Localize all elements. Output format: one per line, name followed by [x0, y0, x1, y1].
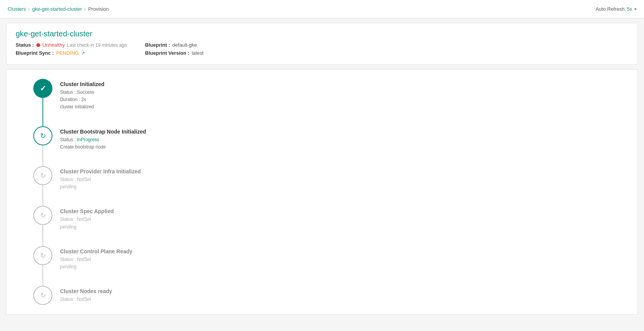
blueprint-sync-value: PENDING: [56, 50, 79, 56]
checkmark-icon: ✓: [40, 84, 46, 93]
step-title-step1: Cluster Initialized: [60, 81, 104, 87]
timeline-item-step3: ↻Cluster Provider Infra InitializedStatu…: [33, 166, 622, 191]
step-circle-step2: ↻: [33, 126, 52, 145]
step-circle-step5: ↻: [33, 246, 52, 265]
refresh-icon: ↻: [40, 132, 46, 140]
step-info-step5: Cluster Control Plane ReadyStatus : NotS…: [60, 246, 132, 271]
step-info-step3: Cluster Provider Infra InitializedStatus…: [60, 166, 141, 191]
step-info-step4: Cluster Spec AppliedStatus : NotSetpendi…: [60, 206, 114, 230]
step-meta-step1: Status : SuccessDuration : 2scluster ini…: [60, 89, 104, 111]
step-info-step2: Cluster Bootstrap Node InitializedStatus…: [60, 126, 146, 151]
step-circle-step4: ↻: [33, 206, 52, 225]
breadcrumb-page: Provision: [88, 6, 108, 12]
timeline-item-step6: ↻Cluster Nodes readyStatus : NotSet: [33, 286, 622, 305]
step-info-step6: Cluster Nodes readyStatus : NotSet: [60, 286, 112, 303]
blueprint-value: default-gke: [172, 42, 197, 48]
step-circle-step3: ↻: [33, 166, 52, 185]
step-title-step5: Cluster Control Plane Ready: [60, 248, 132, 254]
step-meta-step6: Status : NotSet: [60, 296, 112, 303]
step-title-step6: Cluster Nodes ready: [60, 288, 112, 294]
breadcrumb-sep-2: ›: [84, 6, 86, 12]
step-info-step1: Cluster InitializedStatus : SuccessDurat…: [60, 79, 104, 111]
blueprint-version-label: Blueprint Version :: [145, 50, 189, 56]
step-title-step2: Cluster Bootstrap Node Initialized: [60, 129, 146, 135]
breadcrumb-cluster-name[interactable]: gke-get-started-cluster: [32, 6, 82, 12]
cluster-left-meta: Status : Unhealthy Last check-in 19 minu…: [16, 42, 127, 58]
status-dot-icon: [36, 43, 40, 47]
step-circle-step6: ↻: [33, 286, 52, 305]
auto-refresh-value: 5s: [627, 6, 632, 12]
blueprint-version-value: latest: [192, 50, 204, 56]
step-title-step3: Cluster Provider Infra Initialized: [60, 168, 141, 174]
step-circle-step1: ✓: [33, 79, 52, 98]
step-meta-step2: Status : InProgressCreate bootstrap node: [60, 136, 146, 151]
step-title-step4: Cluster Spec Applied: [60, 208, 114, 214]
cluster-title: gke-get-started-cluster: [16, 29, 628, 38]
breadcrumb: Clusters › gke-get-started-cluster › Pro…: [8, 6, 109, 12]
refresh-icon-pending: ↻: [40, 211, 46, 220]
chevron-down-icon: ▾: [634, 7, 636, 11]
last-checkin: Last check-in 19 minutes ago: [67, 42, 127, 48]
refresh-icon-pending: ↻: [40, 251, 46, 260]
blueprint-label: Blueprint :: [145, 42, 170, 48]
step-meta-step4: Status : NotSetpending: [60, 216, 114, 230]
timeline: ✓Cluster InitializedStatus : SuccessDura…: [22, 79, 622, 305]
external-link-icon[interactable]: ↗: [81, 51, 85, 56]
status-value: Unhealthy: [42, 42, 65, 48]
refresh-icon-pending: ↻: [40, 171, 46, 180]
timeline-item-step1: ✓Cluster InitializedStatus : SuccessDura…: [33, 79, 622, 111]
breadcrumb-sep-1: ›: [28, 6, 30, 12]
timeline-item-step5: ↻Cluster Control Plane ReadyStatus : Not…: [33, 246, 622, 271]
cluster-right-meta: Blueprint : default-gke Blueprint Versio…: [145, 42, 204, 58]
refresh-icon-pending: ↻: [40, 291, 46, 300]
auto-refresh-label: Auto Refresh: [595, 6, 624, 12]
timeline-item-step4: ↻Cluster Spec AppliedStatus : NotSetpend…: [33, 206, 622, 230]
step-meta-step5: Status : NotSetpending: [60, 256, 132, 271]
blueprint-sync-label: Blueprint Sync :: [16, 50, 54, 56]
step-meta-step3: Status : NotSetpending: [60, 176, 141, 191]
top-bar: Clusters › gke-get-started-cluster › Pro…: [0, 0, 644, 18]
breadcrumb-clusters[interactable]: Clusters: [8, 6, 26, 12]
timeline-item-step2: ↻Cluster Bootstrap Node InitializedStatu…: [33, 126, 622, 151]
status-label: Status :: [16, 42, 34, 48]
timeline-section: ✓Cluster InitializedStatus : SuccessDura…: [6, 69, 638, 315]
auto-refresh-control[interactable]: Auto Refresh 5s ▾: [595, 6, 636, 12]
cluster-card: gke-get-started-cluster Status : Unhealt…: [6, 23, 638, 65]
